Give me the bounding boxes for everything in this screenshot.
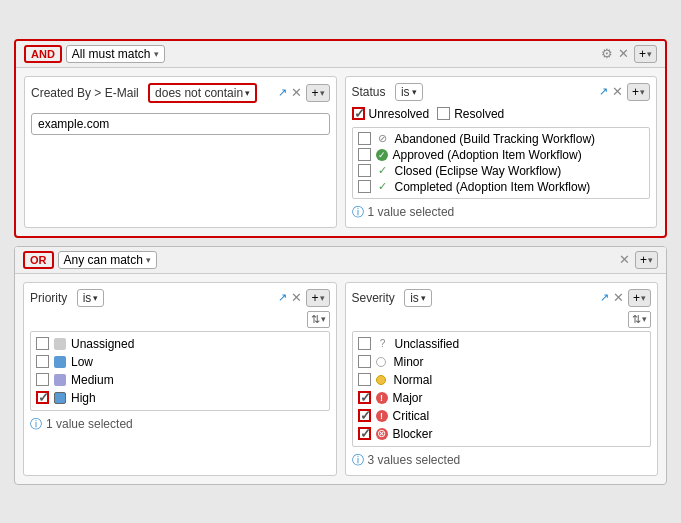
and-match-text: All must match — [72, 47, 151, 61]
priority-operator[interactable]: is ▾ — [77, 289, 105, 307]
status-chevron-icon: ▾ — [412, 87, 417, 97]
or-add-chevron-icon: ▾ — [648, 255, 653, 265]
severity-sort-icon[interactable]: ⇅▾ — [628, 311, 651, 328]
list-item: ⊘ Abandoned (Build Tracking Workflow) — [356, 131, 647, 147]
priority-sort-icon[interactable]: ⇅▾ — [307, 311, 330, 328]
severity-list: ? Unclassified Minor Normal — [352, 331, 652, 447]
created-by-plus-icon: + — [311, 86, 318, 100]
priority-filter: Priority is ▾ ↗ ✕ + ▾ — [23, 282, 337, 476]
status-info-icon: ⓘ — [352, 204, 364, 221]
status-add-button[interactable]: + ▾ — [627, 83, 650, 101]
priority-title: Priority — [30, 291, 67, 305]
list-item: ✓ Approved (Adoption Item Workflow) — [356, 147, 647, 163]
unresolved-checkbox[interactable]: Unresolved — [352, 107, 430, 121]
blocker-icon: ⊗ — [376, 428, 388, 440]
and-match-dropdown[interactable]: All must match ▾ — [66, 45, 165, 63]
status-link-icon[interactable]: ↗ — [599, 85, 608, 98]
unresolved-check-icon — [352, 107, 365, 120]
low-cb[interactable] — [36, 355, 49, 368]
priority-info-icon: ⓘ — [30, 416, 42, 433]
and-gear-icon[interactable]: ⚙ — [601, 46, 613, 61]
minor-cb[interactable] — [358, 355, 371, 368]
blocker-cb[interactable] — [358, 427, 371, 440]
low-color-icon — [54, 356, 66, 368]
priority-link-icon[interactable]: ↗ — [278, 291, 287, 304]
minor-icon — [376, 357, 386, 367]
or-chevron-icon: ▾ — [146, 255, 151, 265]
critical-label: Critical — [393, 409, 430, 423]
list-item: Minor — [356, 353, 648, 371]
status-selected-count: ⓘ 1 value selected — [352, 204, 651, 221]
created-by-add-button[interactable]: + ▾ — [306, 84, 329, 102]
severity-operator[interactable]: is ▾ — [404, 289, 432, 307]
critical-icon: ! — [376, 410, 388, 422]
or-add-button[interactable]: + ▾ — [635, 251, 658, 269]
unclassified-icon: ? — [376, 337, 390, 351]
major-cb[interactable] — [358, 391, 371, 404]
created-by-close-icon[interactable]: ✕ — [291, 85, 302, 100]
abandoned-icon: ⊘ — [376, 132, 390, 146]
list-item: High — [34, 389, 326, 407]
critical-cb[interactable] — [358, 409, 371, 422]
or-match-dropdown[interactable]: Any can match ▾ — [58, 251, 157, 269]
unclassified-cb[interactable] — [358, 337, 371, 350]
severity-close-icon[interactable]: ✕ — [613, 290, 624, 305]
high-label: High — [71, 391, 96, 405]
status-operator[interactable]: is ▾ — [395, 83, 423, 101]
status-close-icon[interactable]: ✕ — [612, 84, 623, 99]
priority-plus-icon: + — [311, 291, 318, 305]
list-item: ! Critical — [356, 407, 648, 425]
list-item: ? Unclassified — [356, 335, 648, 353]
status-filter: Status is ▾ ↗ ✕ + ▾ — [345, 76, 658, 228]
blocker-label: Blocker — [393, 427, 433, 441]
created-by-link-icon[interactable]: ↗ — [278, 86, 287, 99]
and-label[interactable]: AND — [24, 45, 62, 63]
completed-cb[interactable] — [358, 180, 371, 193]
or-match-text: Any can match — [64, 253, 143, 267]
severity-add-button[interactable]: + ▾ — [628, 289, 651, 307]
resolved-checkbox[interactable]: Resolved — [437, 107, 504, 121]
resolved-check-icon — [437, 107, 450, 120]
severity-link-icon[interactable]: ↗ — [600, 291, 609, 304]
created-by-title: Created By > E-Mail — [31, 86, 139, 100]
severity-add-chevron-icon: ▾ — [641, 293, 646, 303]
or-close-icon[interactable]: ✕ — [619, 252, 630, 267]
list-item: Unassigned — [34, 335, 326, 353]
closed-cb[interactable] — [358, 164, 371, 177]
email-input[interactable] — [31, 113, 330, 135]
and-plus-icon: + — [639, 47, 646, 61]
severity-selected-count: ⓘ 3 values selected — [352, 452, 652, 469]
high-cb[interactable] — [36, 391, 49, 404]
normal-cb[interactable] — [358, 373, 371, 386]
major-label: Major — [393, 391, 423, 405]
status-add-chevron-icon: ▾ — [640, 87, 645, 97]
resolved-label: Resolved — [454, 107, 504, 121]
severity-plus-icon: + — [633, 291, 640, 305]
unassigned-cb[interactable] — [36, 337, 49, 350]
severity-filter: Severity is ▾ ↗ ✕ + ▾ — [345, 282, 659, 476]
abandoned-cb[interactable] — [358, 132, 371, 145]
approved-icon: ✓ — [376, 149, 388, 161]
list-item: ✓ Closed (Eclipse Way Workflow) — [356, 163, 647, 179]
list-item: ✓ Completed (Adoption Item Workflow) — [356, 179, 647, 195]
unresolved-label: Unresolved — [369, 107, 430, 121]
and-add-button[interactable]: + ▾ — [634, 45, 657, 63]
or-label[interactable]: OR — [23, 251, 54, 269]
medium-cb[interactable] — [36, 373, 49, 386]
priority-close-icon[interactable]: ✕ — [291, 290, 302, 305]
list-item: Medium — [34, 371, 326, 389]
priority-selected-count: ⓘ 1 value selected — [30, 416, 330, 433]
created-by-operator[interactable]: does not contain ▾ — [148, 83, 257, 103]
and-close-icon[interactable]: ✕ — [618, 46, 629, 61]
priority-chevron-icon: ▾ — [93, 293, 98, 303]
status-count-text: 1 value selected — [368, 205, 455, 219]
severity-title: Severity — [352, 291, 395, 305]
priority-add-chevron-icon: ▾ — [320, 293, 325, 303]
severity-count-text: 3 values selected — [368, 453, 461, 467]
list-item: Low — [34, 353, 326, 371]
severity-info-icon: ⓘ — [352, 452, 364, 469]
list-item: Normal — [356, 371, 648, 389]
status-title: Status — [352, 85, 386, 99]
priority-add-button[interactable]: + ▾ — [306, 289, 329, 307]
approved-cb[interactable] — [358, 148, 371, 161]
